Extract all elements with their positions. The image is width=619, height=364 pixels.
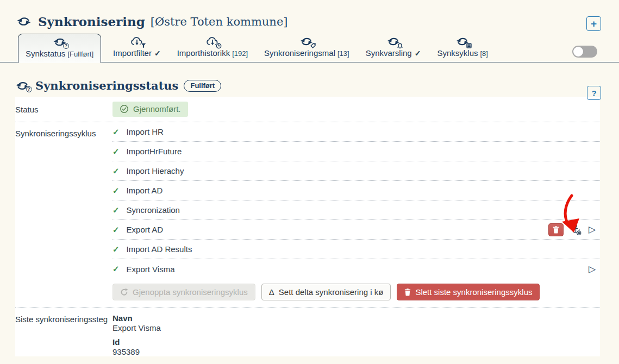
- cloud-download-clock-icon: [205, 36, 220, 47]
- queue-delta-sync-button[interactable]: Δ Sett delta synkronisering i kø: [261, 284, 391, 300]
- tab-label: Importfilter: [113, 48, 152, 58]
- sync-question-icon: ?: [52, 37, 67, 48]
- check-icon: ✓: [112, 205, 120, 215]
- id-key: Id: [112, 337, 600, 347]
- status-label: Status: [15, 102, 112, 117]
- cycle-row: Synkroniseringssyklus ✓ Import HR ✓ Impo…: [15, 122, 600, 307]
- trash-icon: [404, 288, 411, 296]
- add-button[interactable]: +: [586, 16, 601, 31]
- anchor-xmark-icon[interactable]: [571, 224, 582, 235]
- cycle-label: Synkroniseringssyklus: [15, 122, 112, 307]
- tab-synkvarsling[interactable]: Synkvarsling✓: [361, 33, 426, 62]
- tab-suffix: [192]: [232, 49, 248, 58]
- synchronization-page: Synkronisering [Østre Toten kommune] + ?…: [0, 0, 619, 364]
- section-title: Synkroniseringsstatus: [35, 79, 178, 92]
- tab-label: Synkroniseringsmal: [264, 48, 335, 58]
- page-header: Synkronisering [Østre Toten kommune]: [0, 0, 619, 29]
- check-icon: ✓: [112, 244, 120, 254]
- id-value: 935389: [112, 347, 600, 356]
- tab-suffix: [8]: [480, 49, 487, 58]
- tab-synkroniseringsmal[interactable]: Synkroniseringsmal[13]: [260, 33, 354, 62]
- tab-bar: ? Synkstatus[Fullført] Importfilter✓ Imp…: [0, 33, 619, 62]
- step-syncronization: ✓ Syncronization: [112, 200, 600, 220]
- step-import-hierachy: ✓ Import Hierachy: [112, 161, 600, 181]
- check-icon: ✓: [112, 186, 120, 196]
- name-value: Export Visma: [112, 323, 600, 332]
- step-export-ad: ✓ Export AD: [112, 220, 600, 240]
- toggle-knob: [573, 47, 583, 57]
- delete-step-button[interactable]: [548, 223, 564, 236]
- id-block: Id 935389: [112, 337, 600, 356]
- tab-label: Synkstatus: [26, 49, 65, 58]
- toggle-switch[interactable]: [572, 46, 597, 58]
- step-import-ad-results: ✓ Import AD Results: [112, 240, 600, 259]
- resume-cycle-button[interactable]: Gjenoppta synkroniseringsyklus: [112, 284, 255, 300]
- tab-label: Importhistorikk: [177, 48, 230, 58]
- tab-importfilter[interactable]: Importfilter✓: [109, 33, 165, 62]
- help-button[interactable]: ?: [587, 86, 601, 100]
- status-pill: Fullført: [184, 80, 221, 92]
- sync-question-icon: ?: [15, 80, 30, 91]
- page-title: Synkronisering: [38, 14, 145, 29]
- cloud-download-filter-icon: [129, 36, 145, 47]
- step-label: Syncronization: [127, 205, 180, 215]
- tab-label: Synksyklus: [437, 48, 478, 58]
- delete-last-cycle-button[interactable]: Slett siste synkroniseringssyklus: [397, 284, 540, 300]
- tab-importhistorikk[interactable]: Importhistorikk[192]: [173, 33, 252, 62]
- status-badge: Gjennomført.: [112, 102, 188, 117]
- name-key: Navn: [112, 313, 600, 323]
- page-context: [Østre Toten kommune]: [151, 15, 288, 28]
- play-icon[interactable]: ▷: [589, 265, 596, 274]
- step-importhrfuture: ✓ ImportHrFuture: [112, 142, 600, 161]
- check-icon: ✓: [112, 264, 120, 274]
- trash-icon: [553, 226, 559, 234]
- step-label: Export Visma: [127, 265, 175, 274]
- section-header: ? Synkroniseringsstatus Fullført: [0, 62, 619, 92]
- tab-synkstatus[interactable]: ? Synkstatus[Fullført]: [18, 34, 101, 63]
- tab-suffix: [Fullført]: [67, 50, 93, 58]
- sync-icon: [16, 16, 32, 27]
- tab-synksyklus[interactable]: Synksyklus[8]: [433, 33, 492, 62]
- step-label: Export AD: [127, 225, 164, 234]
- step-label: ImportHrFuture: [127, 147, 182, 156]
- sync-tag-icon: [299, 36, 314, 47]
- status-detail-table: Status Gjennomført. Synkroniseringssyklu…: [15, 97, 600, 356]
- last-step-row: Siste synkroniseringssteg Navn Export Vi…: [15, 308, 600, 356]
- refresh-icon: [120, 288, 128, 296]
- step-label: Import AD: [127, 186, 163, 195]
- sync-bell-icon: [386, 36, 401, 47]
- check-icon: ✓: [154, 49, 161, 58]
- sync-list-icon: [455, 36, 470, 47]
- delta-icon: Δ: [269, 287, 274, 297]
- status-row: Status Gjennomført.: [15, 97, 600, 122]
- step-label: Import Hierachy: [127, 166, 184, 175]
- last-step-label: Siste synkroniseringssteg: [15, 313, 112, 356]
- cycle-actions: Gjenoppta synkroniseringsyklus Δ Sett de…: [112, 279, 600, 307]
- check-icon: ✓: [112, 147, 120, 156]
- check-icon: ✓: [415, 49, 421, 58]
- step-label: Import HR: [127, 127, 164, 136]
- check-icon: ✓: [112, 127, 120, 137]
- check-icon: ✓: [112, 166, 120, 176]
- cycle-steps-list: ✓ Import HR ✓ ImportHrFuture ✓ Import Hi…: [112, 122, 600, 279]
- check-icon: ✓: [112, 225, 120, 235]
- step-import-ad: ✓ Import AD: [112, 181, 600, 200]
- step-export-visma: ✓ Export Visma ▷: [112, 259, 600, 279]
- step-import-hr: ✓ Import HR: [112, 122, 600, 142]
- play-icon[interactable]: ▷: [589, 225, 596, 234]
- tab-label: Synkvarsling: [366, 48, 412, 58]
- step-label: Import AD Results: [127, 244, 192, 254]
- name-block: Navn Export Visma: [112, 313, 600, 332]
- tab-suffix: [13]: [337, 49, 349, 58]
- circle-check-icon: [120, 104, 129, 114]
